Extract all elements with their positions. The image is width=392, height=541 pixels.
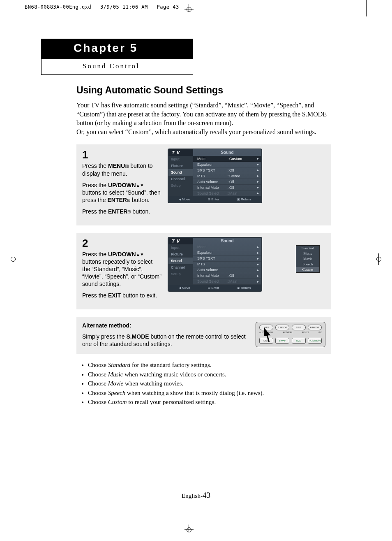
osd-tab: Setup	[168, 182, 193, 189]
osd-title: Sound	[193, 149, 261, 156]
print-header: BN68-00883A-00Eng.qxd 3/9/05 11:06 AM Pa…	[25, 4, 179, 10]
remote-control-illustration: MTSS.MODESRSP.MODE AUTO PROG.ADD/DELP.SI…	[256, 322, 325, 347]
remote-button: MTS	[259, 325, 273, 330]
page-body: Chapter 5 Sound Control Using Automatic …	[41, 39, 353, 407]
remote-button: DNIe	[259, 338, 273, 344]
remote-button: SRS	[292, 325, 306, 330]
step-text: Press the EXIT button to exit.	[82, 292, 162, 299]
osd-tab: Channel	[168, 176, 193, 182]
section-title: Using Automatic Sound Settings	[76, 85, 331, 96]
osd-row: SRS TSXT▸	[193, 256, 261, 262]
osd-tab: Channel	[168, 264, 193, 271]
osd-tab: Input	[168, 244, 193, 251]
osd-tab: Sound	[168, 258, 193, 264]
osd-option: Music	[296, 251, 319, 256]
list-item: Choose Standard for the standard factory…	[88, 360, 331, 370]
osd-footer: MoveEnterReturn	[168, 285, 261, 291]
osd-option: Custom	[296, 267, 319, 272]
osd-tab: Input	[168, 156, 193, 163]
osd-tab: Picture	[168, 251, 193, 258]
list-item: Choose Movie when watching movies.	[88, 379, 331, 388]
step-text: Press the UP/DOWN▲▼ buttons repeatedly t…	[82, 251, 162, 288]
remote-button: PC	[318, 331, 322, 336]
alternate-method-box: Alternate method: Simply press the S.MOD…	[76, 317, 331, 354]
osd-row: Mode▸	[193, 244, 261, 250]
list-item: Choose Music when watching music videos …	[88, 370, 331, 379]
crop-mark-icon	[373, 253, 385, 265]
step-number: 1	[82, 149, 162, 161]
osd-option: Movie	[296, 256, 319, 262]
remote-button: P.MODE	[308, 325, 322, 330]
section-intro: Your TV has five automatic sound setting…	[76, 101, 331, 136]
osd-dropdown: StandardMusicMovieSpeechCustom	[296, 245, 320, 273]
crop-mark-icon	[183, 4, 195, 16]
osd-tab: Picture	[168, 163, 193, 169]
step-number: 2	[82, 237, 162, 250]
osd-row: MTS▸	[193, 262, 261, 267]
osd-row: Internal Mute:Off▸	[193, 273, 261, 279]
osd-option: Speech	[296, 262, 319, 267]
osd-row: Sound Select:Main▸	[193, 279, 261, 285]
step-box: 2Press the UP/DOWN▲▼ buttons repeatedly …	[76, 233, 331, 309]
osd-row: MTS:Stereo▸	[193, 173, 261, 179]
osd-row: Auto Volume▸	[193, 267, 261, 273]
remote-button: SIZE	[292, 338, 306, 344]
crop-mark-icon	[183, 525, 195, 537]
osd-row: Equalizer▸	[193, 250, 261, 256]
osd-row: Internal Mute:Off▸	[193, 185, 261, 190]
osd-screenshot: T V SoundInputPictureSoundChannelSetupMo…	[168, 149, 262, 203]
remote-button: POSITION	[308, 338, 322, 344]
alternate-heading: Alternate method:	[82, 322, 250, 330]
step-text: Press the ENTER⊞ button.	[82, 208, 162, 215]
osd-tab: Sound	[168, 169, 193, 176]
osd-row: Sound Select:Main▸	[193, 190, 261, 196]
osd-tv-label: T V	[168, 149, 193, 156]
list-item: Choose Custom to recall your personalize…	[88, 397, 331, 407]
osd-screenshot: T V SoundInputPictureSoundChannelSetupMo…	[168, 237, 262, 292]
chapter-banner: Chapter 5 Sound Control	[41, 39, 193, 75]
alternate-body: Simply press the S.MODE button on the re…	[82, 333, 250, 348]
page-number: English-43	[0, 491, 392, 500]
remote-button: P.SIZE	[302, 331, 309, 336]
crop-mark-icon	[366, 0, 367, 16]
osd-row: Auto Volume:Off▸	[193, 179, 261, 185]
osd-row: SRS TSXT:Off▸	[193, 167, 261, 173]
sound-mode-list: Choose Standard for the standard factory…	[78, 360, 331, 407]
remote-button: S.MODE	[275, 325, 289, 330]
list-item: Choose Speech when watching a show that …	[88, 388, 331, 398]
remote-button: SWAP	[275, 338, 289, 344]
chapter-subtitle: Sound Control	[42, 59, 193, 74]
step-text: Press the UP/DOWN▲▼ buttons to select “S…	[82, 181, 162, 204]
crop-mark-icon	[7, 253, 19, 265]
step-box: 1Press the MENU▥ button to display the m…	[76, 144, 331, 225]
osd-row: Mode:Custom▸	[193, 156, 261, 162]
osd-footer: MoveEnterReturn	[168, 196, 261, 202]
osd-tab: Setup	[168, 271, 193, 277]
osd-title: Sound	[193, 238, 261, 244]
osd-tv-label: T V	[168, 238, 193, 244]
osd-option: Standard	[296, 246, 319, 251]
step-text: Press the MENU▥ button to display the me…	[82, 162, 162, 177]
chapter-label: Chapter 5	[42, 39, 193, 59]
osd-row: Equalizer▸	[193, 162, 261, 167]
remote-button: ADD/DEL	[283, 331, 293, 336]
